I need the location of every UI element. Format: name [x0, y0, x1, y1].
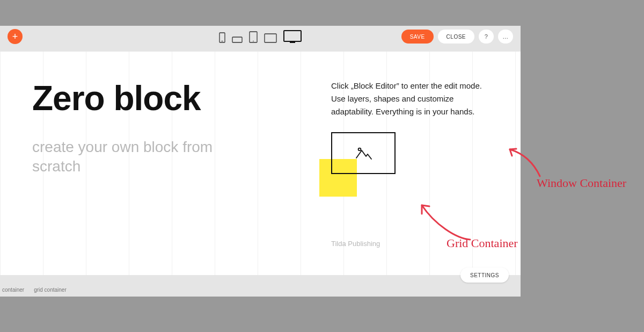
add-button[interactable]: +	[8, 29, 23, 44]
page-subtitle[interactable]: create your own block from scratch	[32, 138, 247, 177]
tab-grid-container[interactable]: grid container	[34, 287, 67, 293]
phone-portrait-icon[interactable]	[219, 32, 225, 43]
save-button[interactable]: SAVE	[401, 30, 434, 44]
svg-rect-2	[232, 37, 242, 42]
svg-rect-1	[222, 41, 223, 41]
page-heading[interactable]: Zero block	[32, 78, 201, 118]
annotation-grid-container: Grid Container	[447, 236, 518, 250]
toolbar: + SAVE CLOSE ? …	[0, 26, 521, 47]
help-button[interactable]: ?	[479, 30, 494, 44]
annotation-window-container: Window Container	[537, 176, 626, 190]
device-switcher	[219, 30, 302, 43]
plus-icon: +	[12, 31, 18, 42]
more-button[interactable]: …	[498, 30, 513, 44]
editor-stage: + SAVE CLOSE ? … Zero block create your …	[0, 26, 521, 297]
desktop-icon[interactable]	[283, 30, 302, 43]
image-placeholder[interactable]	[331, 132, 396, 174]
svg-point-4	[253, 41, 254, 42]
image-icon	[354, 146, 372, 160]
footer-tabs: container grid container	[0, 283, 521, 297]
svg-rect-5	[265, 34, 276, 42]
svg-rect-7	[290, 42, 295, 43]
phone-landscape-icon[interactable]	[232, 37, 243, 43]
ellipsis-icon: …	[502, 33, 509, 40]
close-button[interactable]: CLOSE	[438, 30, 474, 44]
canvas[interactable]: Zero block create your own block from sc…	[0, 52, 521, 275]
tablet-portrait-icon[interactable]	[249, 31, 258, 43]
toolbar-right: SAVE CLOSE ? …	[401, 30, 513, 44]
page-description[interactable]: Click „Block Editor” to enter the edit m…	[331, 80, 497, 118]
tablet-landscape-icon[interactable]	[264, 33, 277, 43]
help-icon: ?	[485, 33, 488, 40]
svg-rect-6	[284, 31, 301, 41]
tab-container[interactable]: container	[2, 287, 24, 293]
credit-text[interactable]: Tilda Publishing	[331, 240, 380, 248]
settings-button[interactable]: SETTINGS	[460, 268, 509, 283]
svg-point-8	[358, 148, 361, 151]
sample-graphic[interactable]	[319, 132, 405, 197]
